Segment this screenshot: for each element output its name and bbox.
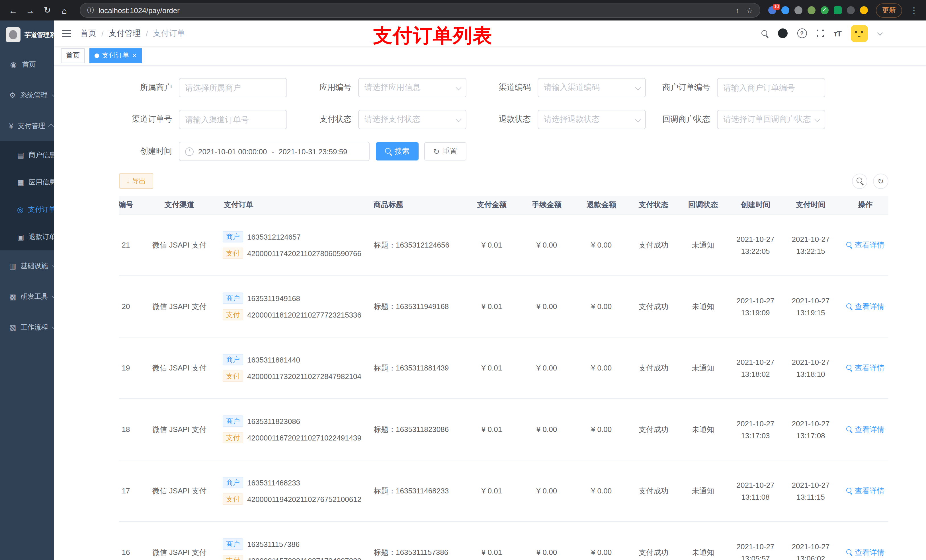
view-detail-link[interactable]: 查看详情 — [846, 301, 884, 312]
column-header: 商品标题 — [370, 200, 464, 210]
cell-action: 查看详情 — [838, 240, 888, 250]
table-row[interactable]: 19 微信 JSAPI 支付 商户 1635311881440 支付 42000… — [119, 338, 888, 399]
date-separator: - — [271, 147, 274, 155]
search-icon[interactable] — [761, 30, 768, 37]
refund-status-select[interactable]: 请选择退款状态 — [538, 110, 646, 129]
view-detail-link[interactable]: 查看详情 — [846, 486, 884, 496]
share-icon[interactable]: ↑ — [736, 6, 740, 15]
show-search-toggle-button[interactable] — [852, 173, 867, 189]
app-no-select[interactable]: 请选择应用信息 — [358, 78, 466, 97]
sidebar-item-system[interactable]: ⚙ 系统管理 — [0, 80, 54, 110]
extension-icon[interactable] — [834, 6, 842, 14]
sidebar-item-pay-order[interactable]: ◎ 支付订单 — [0, 196, 54, 223]
dashboard-icon: ◉ — [9, 60, 18, 69]
channel-pay-no: 4200001174202110278060590766 — [247, 249, 362, 258]
notify-status-select[interactable]: 请选择订单回调商户状态 — [717, 110, 825, 129]
home-icon[interactable]: ⌂ — [57, 3, 72, 18]
cell-fee: ¥ 0.00 — [519, 548, 574, 557]
tab-home[interactable]: 首页 — [61, 48, 85, 63]
column-header: 回调状态 — [678, 200, 728, 210]
merchant-order-no-input[interactable] — [717, 78, 825, 97]
merchant-input[interactable] — [179, 78, 287, 97]
sidebar-item-workflow[interactable]: ▧ 工作流程 — [0, 312, 54, 343]
filter-row-2: 渠道订单号 支付状态 请选择支付状态 退款状态 请选择退款状态 — [119, 110, 888, 129]
sidebar-item-refund-order[interactable]: ▣ 退款订单 — [0, 223, 54, 251]
site-info-icon[interactable]: ⓘ — [87, 5, 94, 15]
merchant-tag: 商户 — [223, 415, 243, 427]
breadcrumb-section[interactable]: 支付管理 — [109, 28, 141, 38]
puzzle-extension-icon[interactable] — [847, 6, 855, 14]
filter-channel-order-no: 渠道订单号 — [119, 110, 298, 129]
cell-order: 商户 1635311881440 支付 42000011732021102728… — [219, 354, 370, 382]
chevron-down-icon — [52, 92, 54, 98]
sidebar-toggle-icon[interactable] — [62, 30, 71, 37]
profile-avatar-icon[interactable] — [860, 6, 868, 14]
view-detail-link[interactable]: 查看详情 — [846, 240, 884, 250]
refresh-icon[interactable]: ↻ — [40, 3, 54, 18]
sidebar-item-home[interactable]: ◉ 首页 — [0, 49, 54, 80]
filter-row-3: 创建时间 2021-10-01 00:00:00 - 2021-10-31 23… — [119, 142, 888, 161]
table-row[interactable]: 20 微信 JSAPI 支付 商户 1635311949168 支付 42000… — [119, 276, 888, 338]
breadcrumb-home[interactable]: 首页 — [80, 28, 96, 38]
font-size-icon[interactable]: ᴛT — [834, 29, 841, 38]
browser-menu-icon[interactable]: ⋮ — [908, 6, 920, 15]
back-icon[interactable]: ← — [6, 3, 21, 18]
view-detail-link[interactable]: 查看详情 — [846, 547, 884, 557]
main-area: 首页 / 支付管理 / 支付订单 支付订单列表 ? ᴛT — [54, 21, 926, 560]
reset-button[interactable]: 重置 — [424, 142, 466, 160]
user-avatar[interactable] — [851, 25, 868, 42]
cell-refund: ¥ 0.00 — [574, 425, 629, 434]
filter-notify-status: 回调商户状态 请选择订单回调商户状态 — [657, 110, 837, 129]
pay-tag: 支付 — [223, 309, 243, 320]
app-logo[interactable]: 芋道管理系统 — [0, 21, 54, 49]
table-row[interactable]: 16 微信 JSAPI 支付 商户 1635311157386 支付 42000… — [119, 522, 888, 560]
sidebar-item-app-info[interactable]: ▦ 应用信息 — [0, 169, 54, 196]
refresh-table-button[interactable] — [873, 173, 888, 189]
chrome-update-button[interactable]: 更新 — [876, 3, 902, 17]
cell-channel: 微信 JSAPI 支付 — [139, 424, 219, 435]
github-icon[interactable] — [778, 29, 787, 38]
bookmark-star-icon[interactable]: ☆ — [746, 6, 753, 15]
export-button[interactable]: 导出 — [119, 173, 153, 189]
help-icon[interactable]: ? — [797, 29, 807, 38]
table-row[interactable]: 21 微信 JSAPI 支付 商户 1635312124657 支付 42000… — [119, 214, 888, 276]
sidebar-item-dev-tools[interactable]: ▩ 研发工具 — [0, 281, 54, 312]
cell-create-time: 2021-10-2713:11:08 — [728, 479, 783, 503]
sidebar-item-infrastructure[interactable]: ▥ 基础设施 — [0, 251, 54, 281]
column-header: 支付金额 — [464, 200, 519, 210]
view-detail-link[interactable]: 查看详情 — [846, 424, 884, 435]
search-button[interactable]: 搜索 — [376, 142, 419, 160]
fullscreen-icon[interactable] — [816, 30, 824, 37]
table-row[interactable]: 18 微信 JSAPI 支付 商户 1635311823086 支付 42000… — [119, 399, 888, 460]
cell-notify: 未通知 — [678, 547, 728, 557]
sidebar-item-merchant-info[interactable]: ▤ 商户信息 — [0, 141, 54, 169]
extension-icon[interactable] — [794, 6, 802, 14]
pay-status-select[interactable]: 请选择支付状态 — [358, 110, 466, 129]
channel-order-no-input[interactable] — [179, 110, 287, 129]
table-row[interactable]: 17 微信 JSAPI 支付 商户 1635311468233 支付 42000… — [119, 460, 888, 522]
sidebar-item-payment[interactable]: ¥ 支付管理 — [0, 110, 54, 141]
view-detail-link[interactable]: 查看详情 — [846, 363, 884, 373]
forward-icon[interactable]: → — [23, 3, 38, 18]
cell-id: 17 — [119, 487, 139, 495]
column-header: 支付渠道 — [139, 200, 219, 210]
column-header: 退款金额 — [574, 200, 629, 210]
cell-refund: ¥ 0.00 — [574, 364, 629, 372]
extension-icon[interactable] — [821, 6, 829, 14]
address-bar[interactable]: ⓘ localhost:1024/pay/order ↑ ☆ — [80, 3, 760, 18]
chevron-down-icon[interactable] — [877, 30, 883, 36]
tab-pay-order[interactable]: 支付订单 × — [89, 48, 142, 63]
date-end[interactable]: 2021-10-31 23:59:59 — [278, 147, 347, 155]
url-text[interactable]: localhost:1024/pay/order — [98, 6, 736, 15]
extension-icon[interactable]: 10 — [768, 6, 776, 14]
extension-icon[interactable] — [808, 6, 816, 14]
cell-title: 标题：1635311881439 — [370, 363, 464, 373]
create-time-range-picker[interactable]: 2021-10-01 00:00:00 - 2021-10-31 23:59:5… — [179, 142, 369, 161]
cell-notify: 未通知 — [678, 301, 728, 312]
date-start[interactable]: 2021-10-01 00:00:00 — [198, 147, 267, 155]
channel-code-select[interactable]: 请输入渠道编码 — [538, 78, 646, 97]
close-icon[interactable]: × — [132, 52, 136, 59]
monitor-icon: ▥ — [9, 261, 16, 270]
extension-icon[interactable] — [781, 6, 789, 14]
cell-pay-time: 2021-10-2713:18:10 — [783, 356, 838, 380]
